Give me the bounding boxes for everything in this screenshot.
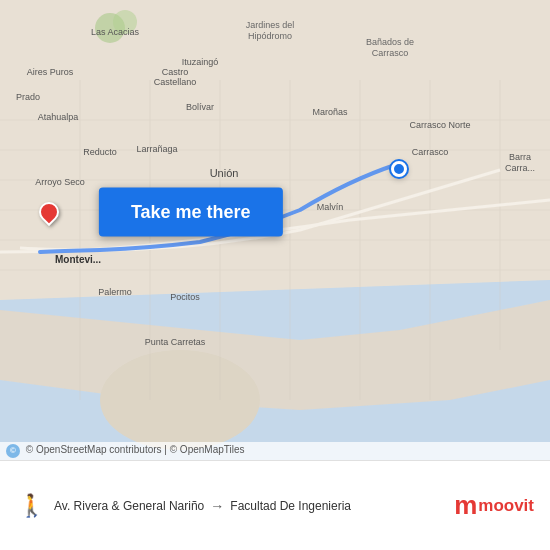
person-icon: 🚶 <box>16 491 46 521</box>
svg-text:Aires Puros: Aires Puros <box>27 67 74 77</box>
origin-pin <box>39 202 59 222</box>
svg-text:Hipódromo: Hipódromo <box>248 31 292 41</box>
svg-text:Carrasco: Carrasco <box>372 48 409 58</box>
svg-text:Castellano: Castellano <box>154 77 197 87</box>
svg-text:Arroyo Seco: Arroyo Seco <box>35 177 85 187</box>
route-arrow: → <box>210 498 224 514</box>
svg-text:Palermo: Palermo <box>98 287 132 297</box>
svg-text:Bañados de: Bañados de <box>366 37 414 47</box>
take-me-there-button[interactable]: Take me there <box>99 187 283 236</box>
route-info: 🚶 Av. Rivera & General Nariño → Facultad… <box>16 491 454 521</box>
svg-text:Reducto: Reducto <box>83 147 117 157</box>
svg-point-5 <box>100 350 260 450</box>
destination-pin <box>391 161 407 177</box>
svg-text:Larrañaga: Larrañaga <box>136 144 177 154</box>
svg-text:Jardines del: Jardines del <box>246 20 295 30</box>
svg-text:Unión: Unión <box>210 167 239 179</box>
svg-text:Montevi...: Montevi... <box>55 254 101 265</box>
attribution-text: © OpenStreetMap contributors | © OpenMap… <box>26 444 245 455</box>
svg-text:Castro: Castro <box>162 67 189 77</box>
svg-text:Punta Carretas: Punta Carretas <box>145 337 206 347</box>
route-from: Av. Rivera & General Nariño <box>54 499 204 513</box>
svg-text:Barra: Barra <box>509 152 531 162</box>
route-text: Av. Rivera & General Nariño → Facultad D… <box>54 498 351 514</box>
map-container: Bañados de Carrasco Jardines del Hipódro… <box>0 0 550 460</box>
svg-text:Carrasco: Carrasco <box>412 147 449 157</box>
svg-text:Malvín: Malvín <box>317 202 344 212</box>
svg-text:Atahualpa: Atahualpa <box>38 112 79 122</box>
svg-text:Carrasco Norte: Carrasco Norte <box>409 120 470 130</box>
svg-text:Maroñas: Maroñas <box>312 107 348 117</box>
route-to: Facultad De Ingenieria <box>230 499 351 513</box>
map-attribution: © © OpenStreetMap contributors | © OpenM… <box>0 442 550 460</box>
svg-text:Prado: Prado <box>16 92 40 102</box>
moovit-wordmark: moovit <box>478 496 534 516</box>
bottom-bar: 🚶 Av. Rivera & General Nariño → Facultad… <box>0 460 550 550</box>
svg-text:Las Acacias: Las Acacias <box>91 27 140 37</box>
svg-text:Carra...: Carra... <box>505 163 535 173</box>
svg-text:Pocitos: Pocitos <box>170 292 200 302</box>
svg-text:Bolívar: Bolívar <box>186 102 214 112</box>
svg-rect-2 <box>0 0 550 110</box>
osm-logo: © <box>6 444 20 458</box>
moovit-logo: m moovit <box>454 490 534 521</box>
svg-text:Ituzaingó: Ituzaingó <box>182 57 219 67</box>
